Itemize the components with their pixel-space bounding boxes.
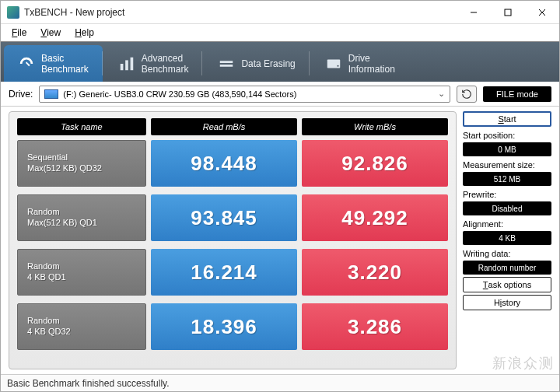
menu-file[interactable]: File (5, 26, 33, 40)
tab-drive-information[interactable]: DriveInformation (311, 45, 409, 82)
close-button[interactable] (525, 1, 559, 23)
reload-button[interactable] (457, 86, 477, 103)
menubar: File View Help (1, 24, 559, 41)
result-row: SequentialMax(512 KB) QD3298.44892.826 (17, 140, 448, 187)
reload-icon (461, 89, 472, 100)
svg-point-8 (337, 65, 338, 66)
tab-basic-benchmark[interactable]: BasicBenchmark (4, 45, 103, 82)
measurement-size-label: Measurement size: (463, 160, 551, 170)
writing-data-value[interactable]: Random number (463, 261, 551, 275)
tab-label: DriveInformation (348, 53, 395, 75)
menu-help[interactable]: Help (68, 26, 100, 40)
maximize-button[interactable] (491, 1, 525, 23)
file-mode-button[interactable]: FILE mode (483, 86, 551, 102)
header-read: Read mB/s (151, 118, 297, 135)
result-row: RandomMax(512 KB) QD193.84549.292 (17, 194, 448, 241)
write-value: 92.826 (302, 140, 448, 187)
task-cell: SequentialMax(512 KB) QD32 (17, 140, 146, 187)
start-button[interactable]: Start (463, 111, 551, 127)
sidebar: Start Start position: 0 MB Measurement s… (463, 111, 551, 369)
tab-label: Data Erasing (241, 58, 295, 69)
tab-label: BasicBenchmark (41, 53, 89, 75)
write-value: 49.292 (302, 194, 448, 241)
svg-rect-6 (130, 57, 133, 70)
disk-icon (44, 89, 58, 99)
tabbar: BasicBenchmark AdvancedBenchmark Data Er… (1, 41, 559, 82)
task-options-button[interactable]: Task options (463, 277, 551, 292)
prewrite-label: Prewrite: (463, 190, 551, 199)
start-position-label: Start position: (463, 131, 551, 140)
result-row: Random4 KB QD3218.3963.286 (17, 303, 448, 350)
write-value: 3.220 (302, 249, 448, 296)
header-write: Write mB/s (302, 118, 448, 135)
chevron-down-icon: ⌄ (438, 89, 445, 99)
start-label: tart (504, 114, 516, 124)
titlebar: TxBENCH - New project (1, 1, 559, 24)
menu-view[interactable]: View (34, 26, 67, 40)
drive-icon (325, 55, 342, 72)
task-cell: Random4 KB QD32 (17, 303, 146, 350)
writing-data-label: Writing data: (463, 249, 551, 258)
header-task: Task name (17, 118, 146, 135)
statusbar: Basic Benchmark finished successfully. (1, 374, 559, 391)
drive-select[interactable]: (F:) Generic- USB3.0 CRW 230.59 GB (483,… (39, 86, 450, 103)
erase-icon (218, 55, 235, 72)
result-row: Random4 KB QD116.2143.220 (17, 249, 448, 296)
svg-rect-5 (125, 60, 128, 70)
task-cell: RandomMax(512 KB) QD1 (17, 194, 146, 241)
prewrite-value[interactable]: Disabled (463, 201, 551, 215)
drive-bar: Drive: (F:) Generic- USB3.0 CRW 230.59 G… (1, 82, 559, 107)
drive-label: Drive: (9, 89, 33, 100)
task-cell: Random4 KB QD1 (17, 249, 146, 296)
svg-rect-4 (120, 64, 123, 70)
tab-label: AdvancedBenchmark (142, 53, 189, 75)
app-icon (7, 6, 19, 19)
minimize-button[interactable] (457, 1, 491, 23)
bars-icon (118, 55, 135, 72)
svg-rect-7 (327, 59, 341, 68)
tab-advanced-benchmark[interactable]: AdvancedBenchmark (104, 45, 203, 82)
alignment-label: Alignment: (463, 219, 551, 229)
history-button[interactable]: History (463, 295, 551, 310)
start-position-value[interactable]: 0 MB (463, 142, 551, 156)
alignment-value[interactable]: 4 KB (463, 231, 551, 245)
tab-data-erasing[interactable]: Data Erasing (204, 45, 309, 82)
results-panel: Task name Read mB/s Write mB/s Sequentia… (9, 111, 457, 369)
read-value: 98.448 (151, 140, 297, 187)
measurement-size-value[interactable]: 512 MB (463, 172, 551, 186)
drive-selected: (F:) Generic- USB3.0 CRW 230.59 GB (483,… (63, 89, 296, 99)
status-text: Basic Benchmark finished successfully. (7, 378, 170, 389)
svg-rect-1 (505, 9, 511, 16)
write-value: 3.286 (302, 303, 448, 350)
window-title: TxBENCH - New project (24, 7, 457, 18)
read-value: 93.845 (151, 194, 297, 241)
gauge-icon (18, 55, 35, 72)
read-value: 18.396 (151, 303, 297, 350)
read-value: 16.214 (151, 249, 297, 296)
